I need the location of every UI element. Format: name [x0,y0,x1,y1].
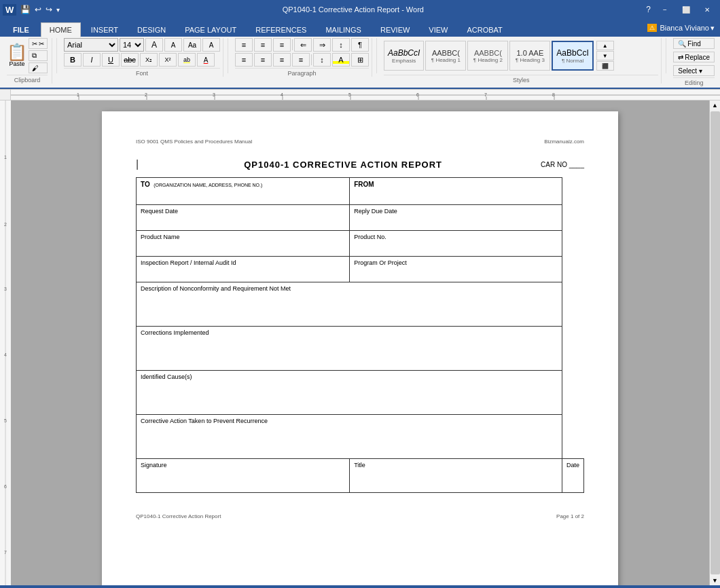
description-label: Description of Nonconformity and Require… [141,285,291,292]
tab-insert[interactable]: INSERT [82,22,127,37]
text-highlight-button[interactable]: ab [178,53,196,67]
close-button[interactable]: ✕ [697,3,717,16]
borders-button[interactable]: ⊞ [351,53,369,67]
style-emphasis[interactable]: AaBbCcI Emphasis [384,41,424,71]
divider-4 [666,38,666,73]
show-hide-button[interactable]: ¶ [351,38,369,52]
tab-design[interactable]: DESIGN [128,22,175,37]
scroll-down-button[interactable]: ▼ [710,576,719,585]
superscript-button[interactable]: X² [159,53,177,67]
style-heading1[interactable]: AABBC( ¶ Heading 1 [425,41,466,71]
scrollbar-right[interactable]: ▲ ▼ [709,100,720,585]
subscript-button[interactable]: X₂ [140,53,158,67]
underline-button[interactable]: U [102,53,120,67]
decrease-indent-button[interactable]: ⇐ [294,38,312,52]
clear-formatting-button[interactable]: A [202,38,220,52]
from-label: FROM [354,181,374,188]
row-inspection: Inspection Report / Internal Audit Id Pr… [137,257,584,282]
program-or-project-label: Program Or Project [354,259,407,266]
style-normal[interactable]: AaBbCcI ¶ Normal [552,41,593,71]
help-icon[interactable]: ? [646,5,651,14]
change-case-button[interactable]: Aa [183,38,201,52]
row-description: Description of Nonconformity and Require… [137,282,584,327]
cut-button[interactable]: ✂ ✂ [29,38,48,49]
quick-access-save[interactable]: 💾 [20,5,31,14]
grow-font-button[interactable]: A [145,38,163,52]
page-header: ISO 9001 QMS Policies and Procedures Man… [136,139,584,145]
user-area: ⚠ Bianca Viviano ▾ [642,19,720,37]
tab-view[interactable]: VIEW [420,22,456,37]
styles-label: Styles [384,75,658,84]
user-dropdown-icon[interactable]: ▾ [710,24,715,33]
shading-button[interactable]: A [332,53,350,67]
align-left-button[interactable]: ≡ [235,53,253,67]
restore-button[interactable]: ⬜ [676,3,696,16]
increase-indent-button[interactable]: ⇒ [313,38,331,52]
tab-review[interactable]: REVIEW [372,22,418,37]
format-painter-button[interactable]: 🖌 [29,62,48,73]
header-left: ISO 9001 QMS Policies and Procedures Man… [136,139,252,145]
vertical-ruler: 1 2 3 4 5 6 7 [0,100,11,585]
style-heading2[interactable]: AABBC( ¶ Heading 2 [467,41,508,71]
bullets-button[interactable]: ≡ [235,38,253,52]
sort-button[interactable]: ↕ [332,38,350,52]
strikethrough-button[interactable]: abc [121,53,139,67]
tab-page-layout[interactable]: PAGE LAYOUT [176,22,245,37]
signature-label: Signature [141,462,167,468]
scroll-thumb[interactable] [710,111,720,574]
tab-references[interactable]: REFERENCES [247,22,315,37]
username-label: Bianca Viviano [660,24,709,32]
tab-acrobat[interactable]: ACROBAT [458,22,511,37]
center-button[interactable]: ≡ [254,53,272,67]
quick-access-undo[interactable]: ↩ [35,5,41,14]
select-button[interactable]: Select ▾ [673,65,715,76]
clipboard-buttons: 📋 Paste ✂ ✂ ⧉ 🖌 [7,38,48,73]
para-row-1: ≡ ≡ ≡ ⇐ ⇒ ↕ ¶ [235,38,369,52]
ruler-corner [0,90,11,100]
bold-button[interactable]: B [64,53,82,67]
quick-access-redo[interactable]: ↪ [46,5,52,14]
font-color-button[interactable]: A [197,53,215,67]
scroll-up-button[interactable]: ▲ [710,100,719,110]
document-area[interactable]: ISO 9001 QMS Policies and Procedures Man… [11,100,709,585]
cell-inspection-report: Inspection Report / Internal Audit Id [137,257,350,282]
footer-left: QP1040-1 Corrective Action Report [136,513,221,519]
to-sublabel: (ORGANIZATION NAME, ADDRESS, PHONE NO.) [154,183,262,187]
font-name-select[interactable]: Arial [64,38,118,52]
svg-text:5: 5 [348,92,351,97]
ruler-svg: 1 2 3 4 5 6 7 8 [11,90,720,100]
numbering-button[interactable]: ≡ [254,38,272,52]
line-spacing-button[interactable]: ↕ [313,53,331,67]
status-bar: PAGE 1 OF 2 68 WORDS 📄 ⬜ ⬜ ⬜ ⬜ ⬜ − + 80% [0,585,720,588]
paste-button[interactable]: 📋 Paste [7,38,27,73]
styles-scroll-up[interactable]: ▲ [596,41,614,50]
copy-button[interactable]: ⧉ [29,50,48,61]
word-logo-icon[interactable]: W [3,4,16,16]
tab-file[interactable]: FILE [3,22,39,37]
shrink-font-button[interactable]: A [164,38,182,52]
styles-scroll-down[interactable]: ▼ [596,51,614,60]
style-heading2-label: ¶ Heading 2 [473,57,503,63]
styles-group: AaBbCcI Emphasis AABBC( ¶ Heading 1 AABB… [381,38,662,84]
align-right-button[interactable]: ≡ [273,53,291,67]
justify-button[interactable]: ≡ [292,53,310,67]
ruler-marks: 1 2 3 4 5 6 7 8 [11,90,720,100]
tab-home[interactable]: HOME [41,22,81,37]
minimize-button[interactable]: − [655,3,675,16]
svg-text:8: 8 [552,92,555,97]
italic-button[interactable]: I [83,53,101,67]
cell-description: Description of Nonconformity and Require… [137,282,562,327]
styles-expand[interactable]: ⬛ [596,61,614,71]
form-table: TO (ORGANIZATION NAME, ADDRESS, PHONE NO… [136,177,584,493]
cell-signature: Signature [137,459,350,493]
corrections-label: Corrections Implemented [141,329,209,336]
product-name-label: Product Name [141,234,180,240]
find-button[interactable]: 🔍 Find [673,38,715,49]
replace-button[interactable]: ⇄ Replace [673,52,715,62]
cell-request-date: Request Date [137,205,350,231]
para-row-2: ≡ ≡ ≡ ≡ ↕ A ⊞ [235,53,369,67]
font-size-select[interactable]: 14 [120,38,144,52]
tab-mailings[interactable]: MAILINGS [317,22,370,37]
style-heading3[interactable]: 1.0 AAE ¶ Heading 3 [509,41,550,71]
multilevel-button[interactable]: ≡ [273,38,291,52]
